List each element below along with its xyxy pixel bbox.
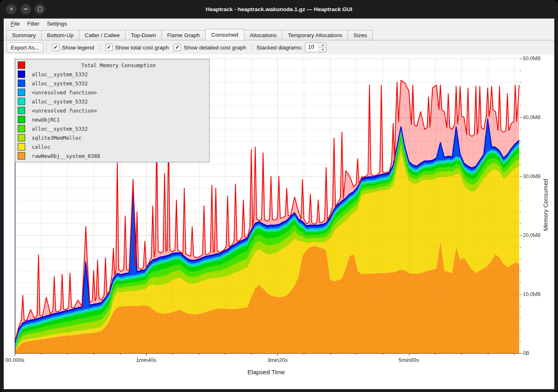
menu-file[interactable]: File — [7, 20, 24, 28]
y-tick-label: 50,0MB — [523, 55, 541, 62]
export-as-button[interactable]: Export As... — [7, 42, 43, 53]
menu-filter[interactable]: Filter — [24, 20, 43, 28]
legend-label: rawNewObj__system_6388 — [32, 153, 100, 159]
tab-consumed[interactable]: Consumed — [205, 29, 244, 40]
x-tick-label: 5min00s — [390, 357, 428, 363]
legend-label: <unresolved function> — [32, 89, 97, 96]
x-tick-label: 00.000s — [4, 357, 33, 363]
x-tick-label: 1min40s — [128, 357, 165, 363]
tab-flame-graph[interactable]: Flame Graph — [161, 30, 206, 40]
legend-swatch-icon — [18, 61, 25, 69]
y-tick-label: 10,0MB — [523, 291, 541, 298]
tab-sizes[interactable]: Sizes — [348, 30, 373, 40]
y-tick-label: 0B — [523, 350, 529, 357]
legend-swatch-icon — [18, 89, 25, 96]
legend-item: <unresolved function> — [15, 106, 209, 115]
close-icon[interactable]: ✕ — [6, 4, 17, 14]
tab-top-down[interactable]: Top-Down — [125, 30, 162, 40]
x-tick-label: 3min20s — [259, 357, 296, 363]
title-bar: ✕ Heaptrack - heaptrack.wakunode.1.gz — … — [0, 0, 558, 19]
legend-item: alloc__system_5332 — [15, 70, 209, 79]
chart-area: Total Memory Consumptionalloc__system_53… — [4, 54, 554, 389]
tab-allocations[interactable]: Allocations — [244, 30, 282, 40]
legend-label: <unresolved function> — [32, 108, 97, 114]
spinner-down-icon[interactable]: ▼ — [319, 47, 326, 52]
chart-legend: Total Memory Consumptionalloc__system_53… — [15, 59, 210, 162]
menu-bar: FileFilterSettings — [4, 19, 554, 28]
legend-label: alloc__system_5332 — [32, 99, 87, 105]
toolbar-separator — [252, 43, 252, 52]
x-axis-title: Elapsed Time — [204, 369, 328, 376]
stacked-diagrams-spinner[interactable]: 10 ▲ ▼ — [305, 42, 326, 52]
legend-item: alloc__system_5332 — [15, 79, 209, 88]
tab-bottom-up[interactable]: Bottom-Up — [41, 30, 80, 40]
y-tick-label: 40,0MB — [523, 114, 541, 121]
checkbox-check-icon: ✓ — [174, 44, 181, 51]
legend-item: rawNewObj__system_6388 — [15, 151, 209, 160]
app-window: ✕ Heaptrack - heaptrack.wakunode.1.gz — … — [0, 0, 558, 392]
minimize-icon[interactable] — [21, 4, 31, 14]
legend-swatch-icon — [18, 107, 25, 114]
legend-swatch-icon — [18, 80, 25, 87]
legend-title-row: Total Memory Consumption — [15, 61, 209, 70]
show-detailed-cost-checkbox[interactable]: ✓ Show detailed cost graph — [174, 44, 246, 51]
checkbox-label: Show detailed cost graph — [184, 45, 246, 51]
legend-label: newObjRC1 — [32, 117, 60, 123]
checkbox-check-icon: ✓ — [105, 44, 113, 51]
legend-label: alloc__system_5332 — [32, 126, 87, 132]
toolbar: Export As... ✓ Show legend ✓ Show total … — [4, 40, 554, 54]
legend-swatch-icon — [18, 152, 25, 160]
stacked-diagrams-label: Stacked diagrams: — [257, 45, 303, 51]
legend-swatch-icon — [18, 125, 25, 132]
legend-label: alloc__system_5332 — [32, 71, 87, 77]
checkbox-label: Show total cost graph — [115, 45, 169, 51]
checkbox-label: Show legend — [62, 45, 94, 51]
menu-settings[interactable]: Settings — [43, 20, 71, 28]
toolbar-separator — [46, 43, 47, 52]
y-axis-title: Memory Consumed — [542, 179, 549, 231]
show-total-cost-checkbox[interactable]: ✓ Show total cost graph — [105, 44, 169, 51]
spinner-up-icon[interactable]: ▲ — [319, 43, 326, 47]
legend-label: sqlite3MemMalloc — [32, 135, 81, 141]
tab-bar: SummaryBottom-UpCaller / CalleeTop-DownF… — [4, 28, 554, 40]
tab-caller-callee[interactable]: Caller / Callee — [79, 30, 125, 40]
legend-item: <unresolved function> — [15, 88, 209, 97]
toolbar-separator — [99, 43, 100, 52]
legend-item: calloc — [15, 142, 209, 151]
spinner-value: 10 — [305, 43, 319, 52]
legend-swatch-icon — [18, 70, 25, 78]
legend-label: alloc__system_5332 — [32, 80, 87, 87]
legend-item: newObjRC1 — [15, 115, 209, 124]
show-legend-checkbox[interactable]: ✓ Show legend — [52, 44, 94, 51]
checkbox-check-icon: ✓ — [52, 44, 59, 51]
main-content: FileFilterSettings SummaryBottom-UpCalle… — [4, 19, 554, 389]
legend-label: Total Memory Consumption — [28, 62, 209, 68]
legend-item: alloc__system_5332 — [15, 97, 209, 106]
maximize-icon[interactable] — [35, 4, 45, 14]
window-title: Heaptrack - heaptrack.wakunode.1.gz — He… — [50, 0, 508, 19]
legend-swatch-icon — [18, 143, 25, 150]
tab-summary[interactable]: Summary — [6, 30, 42, 40]
legend-swatch-icon — [18, 116, 25, 123]
y-tick-label: 20,0MB — [523, 232, 541, 239]
tab-temporary-allocations[interactable]: Temporary Allocations — [282, 30, 348, 40]
legend-item: alloc__system_5332 — [15, 124, 209, 133]
legend-swatch-icon — [18, 134, 25, 141]
legend-label: calloc — [32, 144, 50, 150]
y-tick-label: 30,0MB — [523, 173, 541, 180]
legend-item: sqlite3MemMalloc — [15, 133, 209, 142]
spinner-buttons: ▲ ▼ — [319, 43, 326, 52]
legend-swatch-icon — [18, 98, 25, 105]
